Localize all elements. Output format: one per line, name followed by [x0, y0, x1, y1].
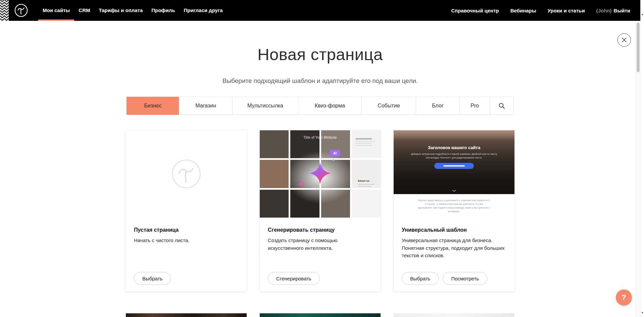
template-hero: Заголовок вашего сайта Добавьте интересн…: [394, 130, 514, 194]
page-title: Новая страница: [0, 21, 640, 64]
hero-title: Заголовок вашего сайта: [394, 130, 514, 150]
nav-link-lessons[interactable]: Уроки и статьи: [548, 8, 585, 13]
template-body-text: Коротко представьтесь и расскажите о ком…: [417, 199, 491, 213]
ai-sparkle-icon: [308, 162, 332, 185]
chevron-down-icon: [452, 190, 456, 192]
template-preview-strip: [260, 313, 381, 317]
nav-item-tariffs[interactable]: Тарифы и оплата: [94, 0, 147, 21]
nav-link-help-center[interactable]: Справочный центр: [451, 8, 499, 13]
scroll-down-arrow[interactable]: ▾: [641, 311, 644, 314]
nav-item-my-sites[interactable]: Мои сайты: [38, 0, 74, 21]
secondary-menu: Справочный центр Вебинары Уроки и статьи…: [451, 8, 630, 13]
search-icon: [498, 102, 505, 109]
new-page-modal: Новая страница Выберите подходящий шабло…: [0, 21, 640, 317]
template-preview-strip: [394, 313, 514, 317]
card-description: Начать с чистого листа.: [134, 237, 239, 244]
universal-template-preview: Заголовок вашего сайта Добавьте интересн…: [394, 130, 514, 222]
card-actions: Выбрать: [134, 272, 171, 285]
tab-multilink[interactable]: Мультиссылка: [232, 97, 298, 115]
scroll-up-arrow[interactable]: ▴: [641, 13, 644, 16]
tab-business[interactable]: Бизнес: [127, 97, 179, 115]
close-icon: [622, 37, 627, 43]
ai-badge: AI: [330, 150, 340, 156]
logout-link[interactable]: (John)Выйти: [596, 8, 630, 13]
card-ai-generate: Title of Your Website About us: [260, 130, 381, 291]
card-actions: Сгенерировать: [268, 272, 320, 285]
nav-item-crm[interactable]: CRM: [74, 0, 94, 21]
generate-button[interactable]: Сгенерировать: [268, 272, 320, 285]
template-category-tabs: Бизнес Магазин Мультиссылка Квиз-форма С…: [127, 97, 514, 115]
tab-quiz-form[interactable]: Квиз-форма: [298, 97, 362, 115]
button-text-bar: [443, 165, 465, 167]
nav-link-webinars[interactable]: Вебинары: [510, 8, 536, 13]
tab-pro[interactable]: Pro: [459, 97, 490, 115]
choose-button[interactable]: Выбрать: [402, 272, 439, 285]
template-body: Коротко представьтесь и расскажите о ком…: [394, 194, 514, 222]
template-cards-row: Пустая страница Начать с чистого листа. …: [126, 130, 514, 291]
small-sparkle-icon: [298, 181, 305, 187]
preview-about-label: About us: [358, 179, 369, 182]
card-actions: Выбрать Посмотреть: [402, 272, 487, 285]
tab-shop[interactable]: Магазин: [179, 97, 233, 115]
tilda-watermark-icon: [170, 158, 202, 190]
text-placeholder-bars: [356, 138, 375, 147]
scrollbar-thumb[interactable]: [637, 22, 640, 72]
card-description: Универсальная страница для бизнеса. Поня…: [402, 237, 506, 260]
page-subtitle: Выберите подходящий шаблон и адаптируйте…: [0, 77, 640, 85]
window-scrollbar: ▴ ▾: [640, 0, 644, 317]
top-navbar: Мои сайты CRM Тарифы и оплата Профиль Пр…: [0, 0, 640, 21]
template-preview-strip: [126, 313, 247, 317]
close-button[interactable]: [617, 33, 631, 47]
card-title: Универсальный шаблон: [402, 227, 506, 233]
next-row-previews: [126, 313, 514, 317]
card-universal-template: Заголовок вашего сайта Добавьте интересн…: [394, 130, 514, 291]
main-menu: Мои сайты CRM Тарифы и оплата Профиль Пр…: [38, 0, 227, 21]
logout-label: Выйти: [614, 8, 630, 13]
user-name: (John): [596, 8, 612, 13]
tiny-sparkle-icon: [332, 158, 335, 162]
hero-cta-button: [434, 163, 474, 169]
nav-item-invite-friend[interactable]: Пригласи друга: [179, 0, 227, 21]
ai-generate-preview: Title of Your Website About us: [260, 130, 381, 218]
card-blank-page: Пустая страница Начать с чистого листа. …: [126, 130, 247, 291]
tab-search[interactable]: [490, 97, 514, 115]
nav-item-profile[interactable]: Профиль: [147, 0, 179, 21]
tab-blog[interactable]: Блог: [416, 97, 460, 115]
hero-text: Добавьте интересные подробности о вашей …: [409, 152, 499, 160]
tab-event[interactable]: Событие: [361, 97, 416, 115]
view-button[interactable]: Посмотреть: [443, 272, 487, 285]
choose-button[interactable]: Выбрать: [134, 272, 171, 285]
help-button[interactable]: ?: [616, 289, 632, 306]
card-title: Пустая страница: [134, 227, 239, 233]
modal-scrollbar: [635, 21, 640, 317]
tilda-logo-icon[interactable]: [14, 3, 28, 17]
zigzag-pattern-icon: [0, 0, 9, 21]
text-placeholder-bars: [358, 184, 375, 188]
card-description: Создать страницу с помощью искусственног…: [268, 237, 373, 252]
card-title: Сгенерировать страницу: [268, 227, 373, 233]
blank-page-preview: [126, 130, 247, 218]
